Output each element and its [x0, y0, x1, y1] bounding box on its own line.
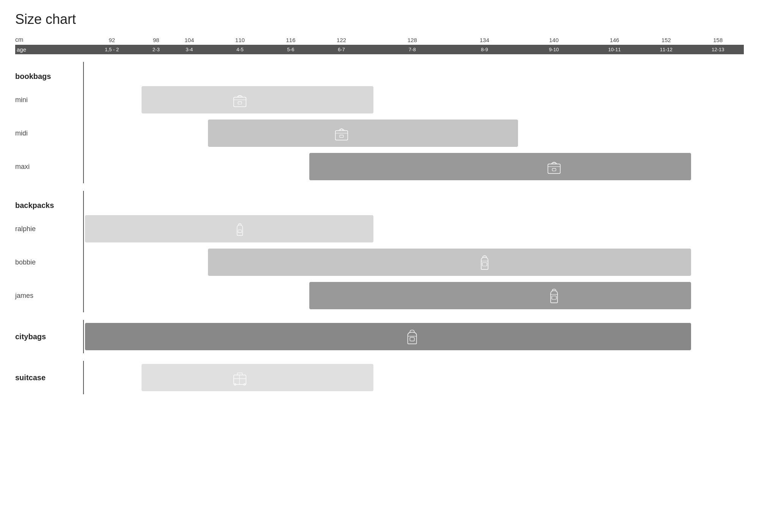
- bar-cell: [519, 246, 589, 279]
- bar-cell: [273, 361, 308, 394]
- bar-cell: [375, 279, 450, 312]
- item-row: ralphie: [15, 212, 744, 246]
- bar-cell: [273, 83, 308, 116]
- svg-rect-9: [238, 230, 242, 233]
- bar-cell: [140, 361, 172, 394]
- header-age-row: age1,5 - 22-33-44-55-66-77-88-99-1010-11…: [15, 45, 744, 54]
- page-title: Size chart: [15, 11, 744, 27]
- bar-cell: [140, 83, 172, 116]
- bar-cell: [589, 320, 640, 353]
- header-cm-row: cm9298104110116122128134140146152158: [15, 36, 744, 45]
- age-value: 11-12: [640, 45, 692, 54]
- cm-value: 140: [519, 36, 589, 45]
- bar-cell: [207, 83, 274, 116]
- bar-cell: [83, 212, 140, 246]
- bar-cell: [640, 320, 692, 353]
- age-value: 8-9: [450, 45, 519, 54]
- category-label: bookbags: [15, 62, 83, 83]
- age-value: 6-7: [308, 45, 375, 54]
- bar-cell: [308, 320, 375, 353]
- bar-cell: [172, 212, 207, 246]
- cm-value: 134: [450, 36, 519, 45]
- bar-cell: [273, 212, 308, 246]
- bar-cell: [83, 320, 140, 353]
- bar-cell: [207, 361, 274, 394]
- cm-value: 116: [273, 36, 308, 45]
- bar-cell: [589, 246, 640, 279]
- bar-cell: [308, 361, 375, 394]
- bar-cell: [207, 212, 274, 246]
- item-label: midi: [15, 116, 83, 150]
- category-row: bookbags: [15, 62, 744, 83]
- svg-rect-10: [482, 263, 487, 266]
- svg-rect-7: [552, 168, 556, 171]
- cm-value: 98: [140, 36, 172, 45]
- item-row: citybags: [15, 320, 744, 353]
- bar-cell: [375, 116, 450, 150]
- bar-cell: [273, 116, 308, 150]
- cm-value: 92: [83, 36, 140, 45]
- item-label: bobbie: [15, 246, 83, 279]
- bar-cell: [375, 150, 450, 183]
- age-value: 4-5: [207, 45, 274, 54]
- cm-value: 152: [640, 36, 692, 45]
- svg-rect-0: [234, 97, 246, 107]
- item-label: suitcase: [15, 361, 83, 394]
- bar-cell: [207, 320, 274, 353]
- item-label: citybags: [15, 320, 83, 353]
- bar-cell: [140, 212, 172, 246]
- bar-cell: [207, 116, 274, 150]
- size-chart: cm9298104110116122128134140146152158 age…: [15, 36, 744, 394]
- bar-cell: [308, 279, 375, 312]
- item-label: james: [15, 279, 83, 312]
- bar-cell: [640, 150, 692, 183]
- svg-rect-1: [238, 102, 242, 104]
- age-value: 12-13: [692, 45, 744, 54]
- cm-label: cm: [15, 36, 83, 45]
- bar-cell: [450, 320, 519, 353]
- bar-cell: [308, 150, 375, 183]
- bar-cell: [172, 320, 207, 353]
- bar-cell: [207, 246, 274, 279]
- item-row: mini: [15, 83, 744, 116]
- svg-rect-4: [340, 135, 343, 138]
- category-row: backpacks: [15, 191, 744, 212]
- item-label: maxi: [15, 150, 83, 183]
- cm-value: 110: [207, 36, 274, 45]
- cm-value: 146: [589, 36, 640, 45]
- bar-cell: [273, 246, 308, 279]
- bar-cell: [308, 83, 375, 116]
- bar-cell: [172, 83, 207, 116]
- bar-cell: [140, 320, 172, 353]
- item-row: maxi: [15, 150, 744, 183]
- item-row: suitcase: [15, 361, 744, 394]
- bar-cell: [589, 150, 640, 183]
- cm-value: 122: [308, 36, 375, 45]
- age-value: 10-11: [589, 45, 640, 54]
- bar-cell: [308, 212, 375, 246]
- category-label: backpacks: [15, 191, 83, 212]
- bar-cell: [172, 361, 207, 394]
- age-label: age: [15, 45, 83, 54]
- bar-cell: [450, 150, 519, 183]
- cm-value: 158: [692, 36, 744, 45]
- item-label: mini: [15, 83, 83, 116]
- bar-cell: [519, 150, 589, 183]
- svg-rect-12: [552, 296, 556, 299]
- age-value: 5-6: [273, 45, 308, 54]
- svg-rect-16: [234, 375, 246, 384]
- age-value: 3-4: [172, 45, 207, 54]
- item-label: ralphie: [15, 212, 83, 246]
- svg-rect-14: [410, 337, 414, 341]
- bar-cell: [308, 246, 375, 279]
- bar-cell: [450, 116, 519, 150]
- age-value: 2-3: [140, 45, 172, 54]
- svg-rect-3: [335, 131, 348, 140]
- bar-cell: [450, 279, 519, 312]
- bar-cell: [519, 320, 589, 353]
- bar-cell: [640, 246, 692, 279]
- item-row: bobbie: [15, 246, 744, 279]
- bar-cell: [640, 279, 692, 312]
- age-value: 1,5 - 2: [83, 45, 140, 54]
- item-row: james: [15, 279, 744, 312]
